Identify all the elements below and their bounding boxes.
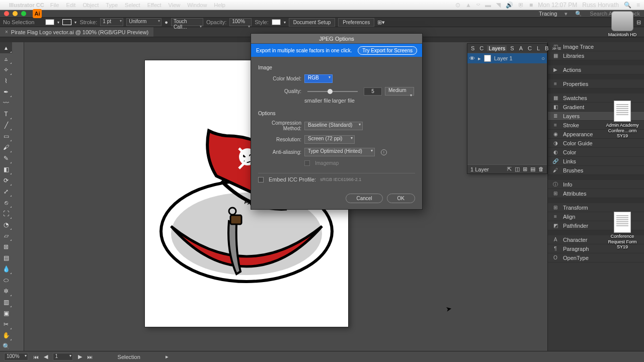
panel-menu-icon[interactable]: ≡ (558, 45, 561, 51)
scale-tool[interactable]: ⤢ (0, 186, 12, 197)
stroke-swatch[interactable] (62, 19, 71, 25)
embed-icc-checkbox[interactable] (258, 177, 264, 183)
panel-collapse-icon[interactable]: ›› (552, 45, 555, 51)
visibility-icon[interactable]: 👁 (469, 55, 475, 61)
info-icon[interactable]: i (381, 149, 387, 155)
style-swatch[interactable] (272, 19, 281, 25)
paintbrush-tool[interactable]: 🖌 (0, 142, 12, 153)
quality-preset-select[interactable]: Medium (385, 87, 414, 96)
shape-builder-tool[interactable]: ◔ (0, 219, 12, 230)
compression-select[interactable]: Baseline (Standard) (304, 122, 363, 130)
slice-tool[interactable]: ✂ (0, 319, 12, 330)
eyedropper-tool[interactable]: 💧 (0, 263, 12, 275)
menu-edit[interactable]: Edit (66, 2, 75, 8)
notifications-icon[interactable]: ≡ (636, 2, 640, 9)
try-export-button[interactable]: Try Export for Screens (358, 46, 417, 55)
menu-type[interactable]: Type (106, 2, 118, 8)
direct-selection-tool[interactable]: ▵ (0, 53, 12, 64)
battery-icon[interactable]: ▬ (485, 2, 491, 9)
doc-icon-2[interactable]: Conference Request Form SY19 (604, 212, 640, 249)
drive-icon[interactable]: Macintosh HD (608, 11, 637, 37)
resolution-select[interactable]: Screen (72 ppi) (304, 135, 355, 144)
fill-swatch[interactable] (45, 19, 54, 25)
artboard-nav[interactable]: 1 (53, 353, 73, 360)
artboard-prev-icon[interactable]: ⏮ (33, 354, 39, 360)
layers-panel[interactable]: S C Layers S A C L B ›› ≡ 👁 ▸ Layer 1 ○ … (467, 43, 547, 174)
perspective-tool[interactable]: ▱ (0, 230, 12, 241)
panel-tab[interactable]: C (478, 45, 485, 51)
document-tab[interactable]: × Pirate Flag Logo vector.ai @ 100% (RGB… (0, 27, 153, 37)
pen-tool[interactable]: ✒ (0, 86, 12, 98)
layer-name[interactable]: Layer 1 (494, 55, 513, 61)
align-to-icon[interactable]: ⊞▾ (377, 19, 385, 26)
panel-tab[interactable]: S (509, 45, 515, 51)
stroke-profile[interactable]: Uniform (126, 18, 162, 26)
new-sublayer-icon[interactable]: ⊞ (523, 166, 527, 172)
type-tool[interactable]: T (0, 109, 12, 120)
menu-effect[interactable]: Effect (147, 2, 162, 8)
selection-tool[interactable]: ▴ (0, 42, 12, 53)
panel-tab[interactable]: C (526, 45, 533, 51)
layers-tab[interactable]: Layers (487, 45, 507, 51)
menu-select[interactable]: Select (125, 2, 140, 8)
artboard-tool[interactable]: ▣ (0, 308, 12, 319)
menu-object[interactable]: Object (83, 2, 99, 8)
brush-definition[interactable]: Touch Call… (171, 18, 203, 26)
artboard-fwd-icon[interactable]: ▶ (78, 353, 82, 360)
minimize-window[interactable] (13, 11, 18, 16)
artboard-back-icon[interactable]: ◀ (44, 353, 48, 360)
opacity-value[interactable]: 100% (229, 18, 252, 26)
zoom-window[interactable] (21, 11, 26, 16)
new-layer-icon[interactable]: ▤ (530, 166, 535, 172)
user-name[interactable]: Russ Horvath (582, 2, 619, 9)
free-transform-tool[interactable]: ⛶ (0, 208, 12, 219)
stroke-dd-icon[interactable]: ▾ (74, 20, 76, 25)
panel-opentype[interactable]: OOpenType (548, 253, 644, 262)
lasso-tool[interactable]: ⌇ (0, 75, 12, 86)
wifi2-icon[interactable]: ◥ (496, 2, 501, 9)
quality-input[interactable] (364, 87, 382, 96)
menu-help[interactable]: Help (214, 2, 225, 8)
search-icon[interactable]: 🔍 (575, 11, 582, 17)
delete-layer-icon[interactable]: 🗑 (538, 166, 544, 172)
magic-wand-tool[interactable]: ✧ (0, 64, 12, 75)
color-model-select[interactable]: RGB (304, 74, 333, 83)
symbol-sprayer-tool[interactable]: ✲ (0, 286, 12, 297)
volume-icon[interactable]: 🔊 (506, 2, 513, 9)
gradient-tool[interactable]: ▤ (0, 252, 12, 263)
quality-slider[interactable] (307, 91, 358, 92)
locate-object-icon[interactable]: ⇱ (507, 166, 512, 172)
column-graph-tool[interactable]: ▥ (0, 297, 12, 308)
status-menu-icon[interactable]: ▸ (166, 353, 169, 360)
menu-window[interactable]: Window (187, 2, 207, 8)
rectangle-tool[interactable]: ▭ (0, 131, 12, 142)
clip-mask-icon[interactable]: ◫ (515, 166, 520, 172)
artboard-last-icon[interactable]: ⏭ (87, 354, 93, 360)
shield-icon[interactable]: ⛨ (518, 2, 524, 9)
shaper-tool[interactable]: ✎ (0, 153, 12, 164)
wifi-icon[interactable]: ▲ (465, 2, 471, 9)
style-dd-icon[interactable]: ▾ (284, 20, 286, 25)
doc-setup-button[interactable]: Document Setup (289, 18, 336, 27)
brush-def-icon[interactable]: ● (165, 19, 168, 25)
panel-tab[interactable]: B (543, 45, 550, 51)
blend-tool[interactable]: ⬭ (0, 275, 12, 286)
layer-row[interactable]: 👁 ▸ Layer 1 ○ (467, 53, 547, 63)
disclosure-icon[interactable]: ▸ (478, 55, 481, 62)
panel-tab[interactable]: L (535, 45, 541, 51)
eraser-tool[interactable]: ◧ (0, 164, 12, 175)
doc-icon-1[interactable]: Admin Academy Confere…orm SY19 (604, 101, 640, 138)
width-tool[interactable]: ⎋ (0, 197, 12, 208)
panel-tab[interactable]: A (518, 45, 524, 51)
stroke-weight[interactable]: 1 pt (100, 18, 123, 26)
mesh-tool[interactable]: ⊞ (0, 241, 12, 252)
panel-tab[interactable]: S (469, 45, 476, 51)
spotlight-icon[interactable]: 🔍 (624, 2, 631, 9)
preferences-button[interactable]: Preferences (338, 18, 374, 27)
hand-tool[interactable]: ✋ (0, 330, 12, 341)
zoom-tool[interactable]: 🔍 (0, 341, 12, 352)
ok-button[interactable]: OK (387, 194, 415, 203)
antialias-select[interactable]: Type Optimized (Hinted) (304, 148, 375, 156)
zoom-level[interactable]: 100% (4, 353, 28, 360)
app-name[interactable]: Illustrator CC (9, 2, 44, 8)
